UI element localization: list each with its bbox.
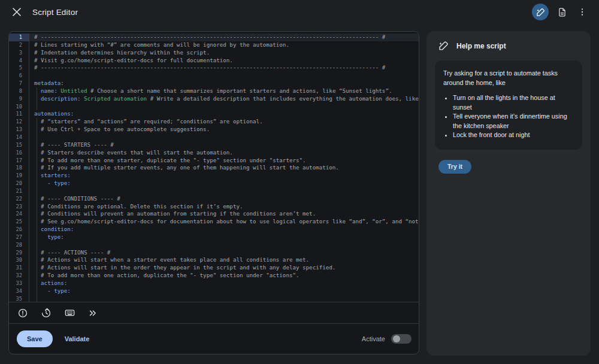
keyboard-shortcuts-button[interactable] [63,307,76,320]
code-line[interactable]: 15 # ---- STARTERS ---- # [9,141,419,149]
code-line[interactable]: 24 # Conditions will prevent an automati… [9,210,419,218]
code-line[interactable]: 13 # Use Ctrl + Space to see autocomplet… [9,126,419,134]
code-line[interactable]: 32 # To add more than one action, duplic… [9,272,419,280]
line-number: 17 [9,157,29,165]
line-number: 14 [9,134,29,141]
history-icon [41,308,52,318]
code-line[interactable]: 12 # “starters” and “actions” are requir… [9,118,419,126]
error-info-icon [17,308,28,318]
more-menu-button[interactable] [575,5,589,19]
line-number: 16 [9,149,29,157]
code-line[interactable]: 27 type: [9,233,419,241]
page-title: Script Editor [32,8,78,17]
code-line[interactable]: 2# Lines starting with “#” are comments … [9,41,419,49]
editor-actions: Save Validate Activate [9,323,419,354]
history-button[interactable] [40,307,53,320]
line-number: 19 [9,172,29,180]
code-line[interactable]: 6 [9,72,419,80]
line-number: 26 [9,226,29,233]
line-number: 15 [9,141,29,149]
toggle-thumb [393,335,400,342]
code-line[interactable]: 34 - type: [9,287,419,295]
help-panel: Help me script Try asking for a script t… [426,31,591,356]
magic-pen-icon [536,8,545,17]
code-line[interactable]: 18 # If you add multiple starter events,… [9,164,419,172]
line-number: 5 [9,64,29,72]
line-number: 35 [9,295,29,302]
help-bullet: Turn on all the lights in the house at s… [453,93,574,112]
docs-button[interactable] [555,5,569,19]
code-line[interactable]: 22 # ---- CONDITIONS ---- # [9,195,419,203]
line-number: 2 [9,41,29,49]
line-number: 9 [9,95,29,103]
line-number: 31 [9,264,29,272]
document-icon [557,7,567,17]
code-line[interactable]: 29 # ---- ACTIONS ---- # [9,249,419,257]
line-number: 23 [9,203,29,211]
close-button[interactable] [10,5,24,19]
problems-button[interactable] [16,307,29,320]
code-line[interactable]: 35 [9,295,419,302]
help-panel-title: Help me script [456,42,506,50]
code-line[interactable]: 26 condition: [9,226,419,233]
line-number: 13 [9,126,29,134]
code-line[interactable]: 19 starters: [9,172,419,180]
collapse-panel-button[interactable] [86,307,99,320]
help-bullet-list: Turn on all the lights in the house at s… [443,93,574,140]
code-line[interactable]: 20 - type: [9,180,419,187]
line-number: 3 [9,49,29,57]
close-icon [12,7,22,17]
code-line[interactable]: 3# Indentation determines hierarchy with… [9,49,419,57]
validate-button[interactable]: Validate [61,335,93,342]
double-chevron-right-icon [87,308,98,318]
help-bullet: Tell everyone when it’s dinnertime using… [453,112,574,131]
line-number: 30 [9,256,29,264]
line-number: 27 [9,233,29,241]
line-number: 28 [9,241,29,249]
code-line[interactable]: 17 # To add more than one starter, dupli… [9,157,419,165]
code-line[interactable]: 10 [9,103,419,111]
code-line[interactable]: 25 # See g.co/home/script-editor-docs fo… [9,218,419,226]
activate-label: Activate [362,335,385,342]
line-number: 32 [9,272,29,280]
magic-pen-icon [438,41,449,51]
code-line[interactable]: 14 [9,134,419,141]
line-number: 21 [9,187,29,195]
help-bullet: Lock the front door at night [453,131,574,140]
code-line[interactable]: 9 description: Scripted automation # Wri… [9,95,419,103]
activate-toggle[interactable] [391,334,412,344]
help-me-script-button[interactable] [532,4,549,20]
line-number: 34 [9,287,29,295]
code-line[interactable]: 16 # Starters describe events that will … [9,149,419,157]
app-root: Script Editor 1# -----------------------… [0,0,599,364]
kebab-menu-icon [577,7,587,17]
line-number: 10 [9,103,29,111]
top-bar: Script Editor [0,0,599,24]
line-number: 29 [9,249,29,257]
save-button[interactable]: Save [17,330,53,347]
editor-toolbar [9,302,419,323]
help-intro-text: Try asking for a script to automate task… [443,69,574,87]
code-line[interactable]: 11automations: [9,110,419,118]
line-number: 4 [9,57,29,65]
code-line[interactable]: 5# -------------------------------------… [9,64,419,72]
line-number: 12 [9,118,29,126]
code-line[interactable]: 1# -------------------------------------… [9,34,419,41]
line-number: 22 [9,195,29,203]
code-editor[interactable]: 1# -------------------------------------… [9,32,419,302]
code-line[interactable]: 8 name: Untitled # Choose a short name t… [9,87,419,95]
code-line[interactable]: 4# Visit g.co/home/script-editor-docs fo… [9,57,419,65]
code-line[interactable]: 31 # Actions will start in the order the… [9,264,419,272]
try-it-button[interactable]: Try it [438,160,471,174]
code-line[interactable]: 23 # Conditions are optional. Delete thi… [9,203,419,211]
keyboard-icon [64,307,75,318]
line-number: 1 [9,34,29,41]
code-line[interactable]: 28 [9,241,419,249]
line-number: 24 [9,210,29,218]
code-line[interactable]: 33 actions: [9,280,419,287]
code-line[interactable]: 21 [9,187,419,195]
script-editor-panel: 1# -------------------------------------… [8,31,419,354]
code-line[interactable]: 7metadata: [9,80,419,87]
line-number: 8 [9,87,29,95]
code-line[interactable]: 30 # Actions will start when a starter e… [9,256,419,264]
